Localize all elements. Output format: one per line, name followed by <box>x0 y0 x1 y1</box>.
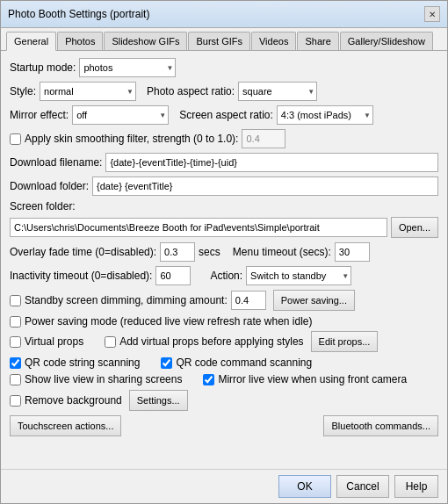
photo-aspect-wrapper[interactable]: square <box>238 82 317 101</box>
remove-bg-label: Remove background <box>25 394 122 407</box>
remove-bg-checkbox[interactable] <box>10 395 21 407</box>
overlay-fade-unit: secs <box>199 246 220 258</box>
bluetooth-button[interactable]: Bluetooth commands... <box>323 415 438 436</box>
mirror-effect-wrapper[interactable]: off <box>72 105 169 125</box>
overlay-fade-label: Overlay fade time (0=disabled): <box>10 246 156 258</box>
settings-button[interactable]: Settings... <box>129 390 188 411</box>
tab-burst-gifs[interactable]: Burst GIFs <box>188 32 250 50</box>
remove-bg-row: Remove background Settings... <box>10 390 438 411</box>
style-row: Style: normal Photo aspect ratio: square <box>10 82 438 101</box>
skin-smooth-checkbox[interactable] <box>10 133 21 145</box>
standby-dimming-input[interactable] <box>231 291 266 310</box>
open-button[interactable]: Open... <box>391 217 438 238</box>
download-folder-input[interactable] <box>92 176 438 196</box>
standby-dimming-row: Standby screen dimming, dimming amount: … <box>10 290 438 311</box>
photo-aspect-select[interactable]: square <box>238 82 317 101</box>
mirror-effect-row: Mirror effect: off Screen aspect ratio: … <box>10 105 438 125</box>
tabs-bar: General Photos Slideshow GIFs Burst GIFs… <box>1 28 447 51</box>
mirror-effect-select[interactable]: off <box>72 105 169 125</box>
screen-aspect-wrapper[interactable]: 4:3 (most iPads) <box>277 105 373 125</box>
overlay-fade-input[interactable] <box>160 242 195 262</box>
close-button[interactable]: ✕ <box>424 6 440 22</box>
skin-smooth-row: Apply skin smoothing filter, strength (0… <box>10 129 438 148</box>
mirror-live-label: Mirror live view when using front camera <box>218 373 407 385</box>
screen-aspect-select[interactable]: 4:3 (most iPads) <box>277 105 373 125</box>
tab-photos[interactable]: Photos <box>57 32 103 50</box>
standby-dimming-label: Standby screen dimming, dimming amount: <box>25 294 228 306</box>
tab-gallery-slideshow[interactable]: Gallery/Slideshow <box>340 32 433 50</box>
power-saving-label: Power saving mode (reduced live view ref… <box>25 315 313 328</box>
style-select[interactable]: normal <box>40 82 136 101</box>
screen-folder-label: Screen folder: <box>10 200 76 212</box>
screen-folder-label-row: Screen folder: <box>10 200 438 212</box>
dialog: Photo Booth Settings (portrait) ✕ Genera… <box>0 0 448 504</box>
skin-smooth-label: Apply skin smoothing filter, strength (0… <box>25 133 238 145</box>
action-label: Action: <box>210 270 242 282</box>
action-wrapper[interactable]: Switch to standby <box>246 266 351 285</box>
inactivity-input[interactable] <box>155 266 191 285</box>
download-folder-label: Download folder: <box>10 180 89 192</box>
show-live-checkbox[interactable] <box>10 374 21 385</box>
virtual-props-checkbox[interactable] <box>10 336 21 348</box>
startup-mode-row: Startup mode: photos <box>10 58 438 77</box>
screen-folder-row: Open... <box>10 217 438 238</box>
qr-scanning-checkbox[interactable] <box>10 357 21 369</box>
qr-command-label: QR code command scanning <box>176 356 312 369</box>
content-area: Startup mode: photos Style: normal Photo… <box>1 51 447 469</box>
tab-share[interactable]: Share <box>297 32 338 50</box>
ok-button[interactable]: OK <box>278 475 331 498</box>
menu-timeout-label: Menu timeout (secs): <box>233 246 331 258</box>
title-bar: Photo Booth Settings (portrait) ✕ <box>1 1 447 28</box>
style-wrapper[interactable]: normal <box>40 82 136 101</box>
power-saving-checkbox[interactable] <box>10 316 21 328</box>
skin-smooth-input[interactable] <box>242 129 285 148</box>
standby-dimming-checkbox[interactable] <box>10 295 21 306</box>
dialog-title: Photo Booth Settings (portrait) <box>8 8 149 20</box>
power-saving-button[interactable]: Power saving... <box>273 290 355 311</box>
download-folder-row: Download folder: <box>10 176 438 196</box>
style-label: Style: <box>10 85 36 97</box>
download-filename-label: Download filename: <box>10 156 102 169</box>
qr-command-checkbox[interactable] <box>161 357 172 369</box>
tab-slideshow-gifs[interactable]: Slideshow GIFs <box>104 32 187 50</box>
menu-timeout-input[interactable] <box>335 242 370 262</box>
help-button[interactable]: Help <box>394 475 438 498</box>
tab-general[interactable]: General <box>6 32 56 51</box>
startup-mode-label: Startup mode: <box>10 61 76 74</box>
screen-aspect-label: Screen aspect ratio: <box>179 109 273 121</box>
photo-aspect-label: Photo aspect ratio: <box>147 85 235 97</box>
download-filename-input[interactable] <box>105 153 438 172</box>
cancel-button[interactable]: Cancel <box>336 475 389 498</box>
startup-mode-wrapper[interactable]: photos <box>79 58 176 77</box>
mirror-live-checkbox[interactable] <box>203 374 214 385</box>
qr-scanning-label: QR code string scanning <box>25 356 140 369</box>
show-live-label: Show live view in sharing screens <box>25 373 182 385</box>
mirror-effect-label: Mirror effect: <box>10 109 69 121</box>
bottom-buttons-row: Touchscreen actions... Bluetooth command… <box>10 415 438 436</box>
inactivity-row: Inactivity timeout (0=disabled): Action:… <box>10 266 438 285</box>
virtual-props-label: Virtual props <box>25 335 83 348</box>
startup-mode-select[interactable]: photos <box>79 58 176 77</box>
touchscreen-button[interactable]: Touchscreen actions... <box>10 415 121 436</box>
live-view-row: Show live view in sharing screens Mirror… <box>10 373 438 385</box>
power-saving-row: Power saving mode (reduced live view ref… <box>10 315 438 328</box>
overlay-timeout-row: Overlay fade time (0=disabled): secs Men… <box>10 242 438 262</box>
edit-props-button[interactable]: Edit props... <box>311 331 379 352</box>
download-filename-row: Download filename: <box>10 153 438 172</box>
action-select[interactable]: Switch to standby <box>246 266 351 285</box>
screen-folder-input[interactable] <box>10 218 387 237</box>
add-virtual-props-checkbox[interactable] <box>105 336 116 348</box>
tab-videos[interactable]: Videos <box>251 32 296 50</box>
virtual-props-row: Virtual props Add virtual props before a… <box>10 331 438 352</box>
qr-code-row: QR code string scanning QR code command … <box>10 356 438 369</box>
add-virtual-props-label: Add virtual props before applying styles <box>119 335 303 348</box>
bottom-bar: OK Cancel Help <box>1 469 447 503</box>
inactivity-label: Inactivity timeout (0=disabled): <box>10 270 152 282</box>
